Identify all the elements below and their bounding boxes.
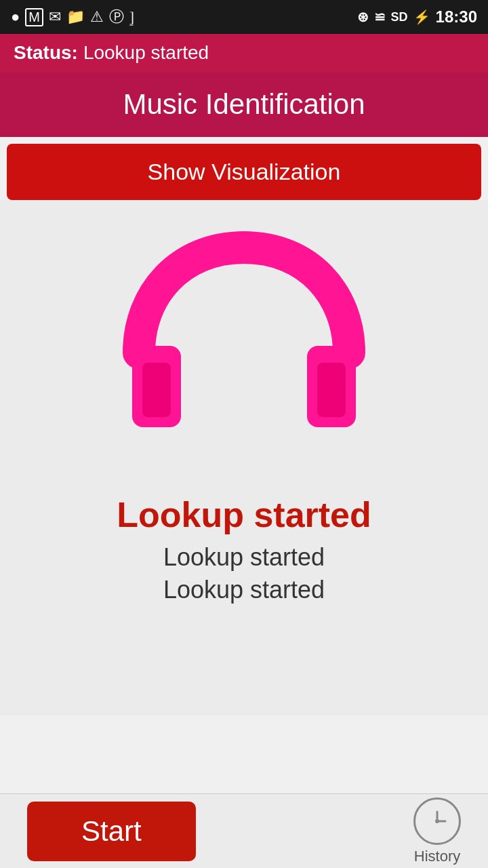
- lookup-title: Lookup started: [117, 494, 371, 535]
- status-value: Lookup started: [83, 42, 209, 64]
- wifi-icon: ⊛: [357, 9, 369, 25]
- bottom-nav: Start History: [0, 793, 488, 868]
- app-title: Music Identification: [14, 88, 474, 121]
- lookup-sub2: Lookup started: [163, 576, 325, 604]
- svg-rect-3: [317, 363, 346, 417]
- start-button[interactable]: Start: [27, 802, 196, 861]
- history-icon: [413, 797, 461, 845]
- svg-rect-2: [142, 363, 171, 417]
- history-label: History: [414, 848, 460, 865]
- status-label: Status:: [14, 42, 78, 64]
- headphone-icon: [119, 227, 369, 474]
- warning-icon: ⚠: [90, 8, 104, 26]
- m-icon: M: [25, 8, 43, 26]
- lookup-sub1: Lookup started: [163, 543, 325, 572]
- signal-icon: ≌: [374, 9, 386, 25]
- status-bar-icons: ● M ✉ 📁 ⚠ Ⓟ ⦌: [11, 7, 134, 27]
- time-display: 18:30: [436, 7, 477, 26]
- history-button[interactable]: History: [413, 797, 461, 865]
- main-content: Lookup started Lookup started Lookup sta…: [0, 200, 488, 715]
- status-header: Status: Lookup started: [0, 34, 488, 72]
- app-title-bar: Music Identification: [0, 72, 488, 137]
- show-visualization-button[interactable]: Show Visualization: [7, 144, 481, 200]
- notification-icon: ●: [11, 8, 20, 26]
- sd-icon: SD: [391, 10, 408, 24]
- gmail-icon: ✉: [49, 8, 61, 26]
- folder-icon: 📁: [66, 8, 85, 26]
- status-bar: ● M ✉ 📁 ⚠ Ⓟ ⦌ ⊛ ≌ SD ⚡ 18:30: [0, 0, 488, 34]
- battery-icon: ⚡: [413, 9, 430, 25]
- status-bar-right: ⊛ ≌ SD ⚡ 18:30: [357, 7, 477, 26]
- svg-point-6: [435, 819, 439, 823]
- barcode-icon: ⦌: [129, 8, 134, 26]
- glasses-icon: Ⓟ: [109, 7, 124, 27]
